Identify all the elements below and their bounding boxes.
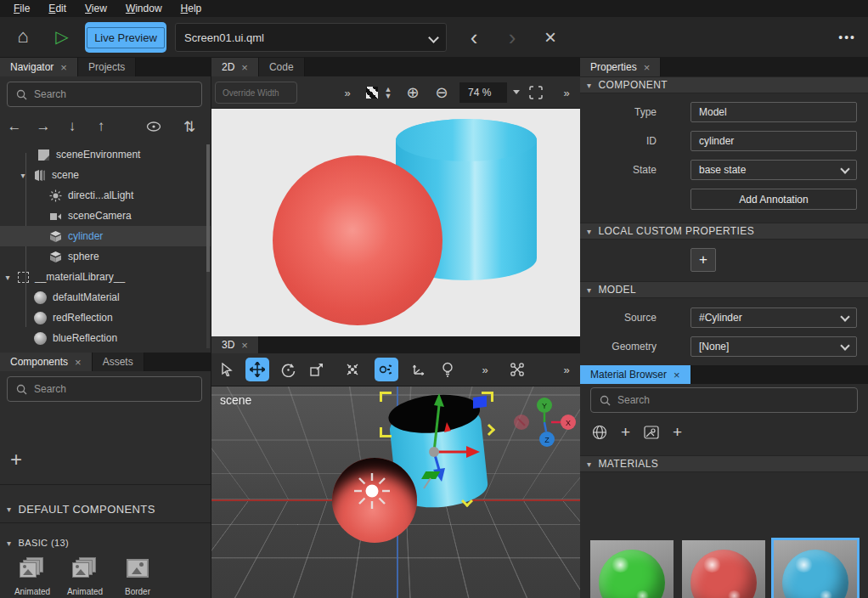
material-card-red-reflection[interactable]: RedReflection [682, 540, 765, 598]
section-materials[interactable]: ▾ MATERIALS [580, 455, 868, 472]
tree-item-red-reflection[interactable]: redReflection [0, 307, 211, 328]
add-texture-button[interactable]: + [673, 423, 682, 442]
move-forward-button[interactable]: → [29, 118, 58, 135]
close-icon[interactable]: × [60, 61, 67, 74]
state-dropdown[interactable]: base state [690, 160, 857, 180]
add-material-button[interactable]: + [621, 423, 630, 442]
component-border-image[interactable]: Border Image [112, 556, 163, 598]
tab-components[interactable]: Components × [0, 353, 93, 371]
component-animated-sprite[interactable]: Animated Sprite [59, 556, 110, 598]
tab-assets[interactable]: Assets [93, 353, 144, 371]
components-search-input[interactable]: Search [7, 376, 202, 402]
tab-material-browser[interactable]: Material Browser × [580, 365, 691, 384]
zoom-in-icon[interactable]: ⊕ [403, 76, 422, 109]
axis-indicator[interactable]: Y X Z [510, 391, 581, 452]
section-component[interactable]: ▾ COMPONENT [580, 76, 868, 93]
stepper-icon[interactable]: ▲▼ [383, 76, 393, 109]
add-component-button[interactable]: + [10, 448, 22, 471]
material-sphere-icon[interactable] [592, 425, 607, 440]
2d-viewport[interactable] [211, 109, 581, 336]
menu-help[interactable]: Help [172, 1, 211, 16]
close-icon[interactable]: × [644, 61, 651, 74]
menu-edit[interactable]: Edit [40, 1, 75, 16]
tree-scrollbar[interactable] [206, 144, 210, 348]
tree-item-scene-environment[interactable]: sceneEnvironment [0, 144, 211, 165]
run-play-icon[interactable]: ▷ [49, 24, 75, 49]
local-orientation-icon[interactable] [375, 358, 398, 381]
tab-2d[interactable]: 2D × [211, 58, 259, 76]
move-backward-button[interactable]: ← [0, 118, 29, 135]
rotate-tool-icon[interactable] [276, 358, 300, 381]
back-button[interactable]: ‹ [457, 17, 491, 58]
section-local-custom-properties[interactable]: ▾ LOCAL CUSTOM PROPERTIES [580, 223, 868, 240]
add-custom-property-button[interactable]: + [690, 248, 716, 272]
tab-projects[interactable]: Projects [78, 58, 136, 76]
close-document-button[interactable]: × [533, 17, 567, 58]
overflow-icon[interactable]: » [339, 76, 356, 109]
geometry-dropdown[interactable]: [None] [690, 336, 857, 357]
light-bulb-icon[interactable] [436, 358, 459, 381]
tree-item-directional-light[interactable]: directi...alLight [0, 185, 211, 206]
move-up-button[interactable]: ↑ [87, 118, 116, 135]
overflow-icon[interactable]: » [558, 358, 575, 381]
section-default-components[interactable]: ▾ DEFAULT COMPONENTS [0, 499, 211, 519]
id-field[interactable]: cylinder [690, 131, 857, 151]
navigator-search-input[interactable]: Search [7, 82, 202, 107]
texture-image-icon[interactable] [644, 426, 659, 439]
zoom-level-field[interactable]: 74 % [459, 82, 507, 103]
transform-axes-icon[interactable] [407, 358, 431, 381]
snap-tool-icon[interactable] [341, 358, 364, 381]
expand-caret-icon[interactable]: ▾ [19, 171, 27, 180]
expand-caret-icon[interactable]: ▾ [3, 273, 12, 282]
add-annotation-button[interactable]: Add Annotation [690, 189, 857, 210]
selection-group-icon[interactable] [505, 358, 529, 381]
open-file-dropdown[interactable]: Screen01.ui.qml [175, 23, 447, 52]
tab-3d[interactable]: 3D × [211, 336, 259, 353]
move-tool-icon[interactable] [245, 358, 269, 381]
type-field[interactable]: Model [690, 102, 857, 122]
menu-view[interactable]: View [76, 1, 116, 16]
close-icon[interactable]: × [241, 61, 248, 74]
sphere-2d[interactable] [273, 155, 442, 325]
overflow-icon[interactable]: » [476, 358, 493, 381]
menu-window[interactable]: Window [117, 1, 171, 16]
close-icon[interactable]: × [674, 369, 680, 381]
live-preview-button[interactable]: Live Preview [85, 22, 166, 53]
tree-item-scene-camera[interactable]: sceneCamera [0, 206, 211, 226]
section-basic[interactable]: ▾ BASIC (13) [0, 533, 211, 553]
scale-tool-icon[interactable] [305, 358, 329, 381]
source-dropdown[interactable]: #Cylinder [690, 307, 857, 328]
close-icon[interactable]: × [75, 356, 82, 369]
sort-order-icon[interactable]: ⇅ [175, 118, 204, 136]
tab-properties[interactable]: Properties × [580, 58, 661, 76]
move-down-button[interactable]: ↓ [58, 118, 87, 135]
fit-to-screen-icon[interactable] [526, 76, 546, 109]
zoom-out-icon[interactable]: ⊖ [432, 76, 451, 109]
material-card-default[interactable]: Default Material [590, 540, 674, 598]
more-options-button[interactable]: ••• [838, 17, 856, 58]
home-icon[interactable]: ⌂ [10, 24, 36, 49]
tab-code[interactable]: Code [259, 58, 305, 76]
tree-item-default-material[interactable]: defaultMaterial [0, 287, 211, 307]
tree-item-material-library[interactable]: ▾ __materialLibrary__ [0, 267, 211, 287]
overflow-icon[interactable]: » [558, 76, 575, 109]
component-animated-image[interactable]: Animated Image [7, 556, 58, 598]
material-search-input[interactable]: Search [590, 387, 858, 413]
tree-item-sphere[interactable]: sphere [0, 246, 211, 267]
select-tool-icon[interactable] [215, 358, 239, 381]
light-gizmo-icon[interactable] [352, 471, 392, 511]
material-card-blue-reflection[interactable]: BlueReflection [774, 540, 857, 598]
override-width-input[interactable] [215, 82, 297, 104]
close-icon[interactable]: × [241, 339, 248, 352]
visibility-eye-icon[interactable] [146, 121, 175, 132]
background-color-icon[interactable] [364, 76, 380, 109]
tree-item-cylinder[interactable]: cylinder [0, 226, 211, 246]
menu-file[interactable]: File [5, 1, 38, 16]
move-gizmo[interactable] [407, 386, 500, 493]
tree-item-scene[interactable]: ▾ scene [0, 165, 211, 185]
section-model[interactable]: ▾ MODEL [580, 281, 868, 298]
tree-item-blue-reflection[interactable]: blueReflection [0, 328, 211, 348]
tab-navigator[interactable]: Navigator × [0, 58, 78, 76]
forward-button[interactable]: › [495, 17, 529, 58]
3d-viewport[interactable]: scene [211, 386, 581, 598]
